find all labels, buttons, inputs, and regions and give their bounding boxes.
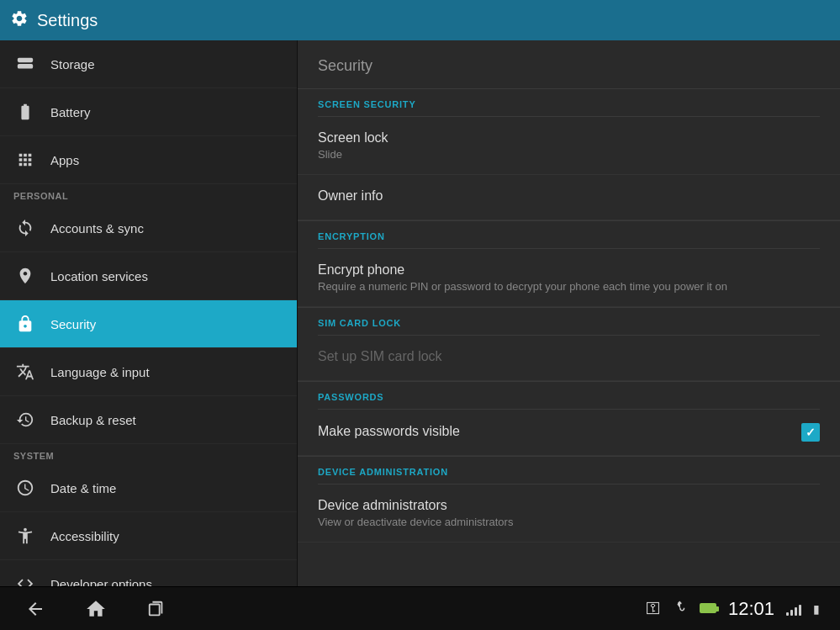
location-icon [13,264,37,288]
usb-icon: ⚿ [646,600,661,617]
content-panel: Security SCREEN SECURITY Screen lock Sli… [298,40,840,586]
screen-lock-subtitle: Slide [318,148,820,161]
owner-info-title: Owner info [318,188,820,204]
app-title: Settings [37,11,98,30]
device-admins-subtitle: View or deactivate device administrators [318,516,820,528]
sidebar-item-language-input[interactable]: Language & input [0,348,297,396]
recents-button[interactable] [141,594,172,624]
encrypt-phone-title: Encrypt phone [318,262,820,278]
sidebar-apps-label: Apps [50,153,79,167]
accessibility-icon [13,524,37,548]
item-make-passwords-visible[interactable]: Make passwords visible [298,410,840,456]
sidebar-backup-label: Backup & reset [50,413,136,427]
section-screen-security-header: SCREEN SECURITY [298,88,840,116]
sidebar-item-battery[interactable]: Battery [0,88,297,136]
item-owner-info[interactable]: Owner info [298,175,840,220]
dev-icon [13,572,37,586]
bottom-nav-controls [20,594,172,624]
sidebar-storage-label: Storage [50,57,95,71]
sidebar: Storage Battery Apps PERSONAL [0,40,298,586]
clock-icon [13,476,37,500]
passwords-visible-title: Make passwords visible [318,424,801,439]
item-device-administrators[interactable]: Device administrators View or deactivate… [298,484,840,543]
sidebar-location-label: Location services [50,269,148,283]
sidebar-battery-label: Battery [50,105,91,119]
status-bar-right: ⚿ 12:01 ▮ [646,598,820,620]
sidebar-item-accounts-sync[interactable]: Accounts & sync [0,204,297,252]
back-button[interactable] [20,594,50,624]
item-encrypt-phone[interactable]: Encrypt phone Require a numeric PIN or p… [298,249,840,307]
home-button[interactable] [81,594,111,624]
sidebar-accessibility-label: Accessibility [50,529,119,543]
signal-strength-icon [786,602,801,616]
sidebar-language-label: Language & input [50,365,150,379]
svg-rect-0 [150,604,160,615]
system-section-label: SYSTEM [0,444,297,464]
sidebar-item-developer-options[interactable]: Developer options [0,560,297,586]
sidebar-item-date-time[interactable]: Date & time [0,464,297,512]
sidebar-item-apps[interactable]: Apps [0,136,297,184]
screen-lock-title: Screen lock [318,130,820,146]
security-icon [13,312,37,336]
sidebar-accounts-label: Accounts & sync [50,221,144,236]
content-title: Security [298,40,840,88]
section-encryption-header: ENCRYPTION [298,220,840,248]
device-admins-title: Device administrators [318,498,820,513]
apps-icon [13,148,37,172]
section-device-admin-header: DEVICE ADMINISTRATION [298,456,840,484]
section-sim-card-lock-header: SIM CARD LOCK [298,307,840,335]
item-screen-lock[interactable]: Screen lock Slide [298,117,840,175]
encrypt-phone-subtitle: Require a numeric PIN or password to dec… [318,280,820,293]
sidebar-item-accessibility[interactable]: Accessibility [0,512,297,560]
sim-lock-title: Set up SIM card lock [318,349,820,364]
clock-display: 12:01 [728,598,774,620]
passwords-visible-checkbox[interactable] [801,423,820,442]
bottom-navigation-bar: ⚿ 12:01 ▮ [0,586,840,630]
battery-icon [13,100,37,124]
language-icon [13,360,37,384]
sync-icon [13,216,37,240]
section-passwords-header: PASSWORDS [298,381,840,409]
backup-icon [13,408,37,431]
sidebar-item-security[interactable]: Security [0,300,297,348]
usb-connected-icon [673,600,688,618]
sidebar-security-label: Security [50,317,96,331]
top-bar: Settings [0,0,840,40]
settings-app-icon [10,9,29,31]
personal-section-label: PERSONAL [0,184,297,204]
item-setup-sim-lock[interactable]: Set up SIM card lock [298,336,840,381]
sidebar-item-backup-reset[interactable]: Backup & reset [0,396,297,444]
sidebar-datetime-label: Date & time [50,481,116,495]
storage-icon [13,52,37,76]
battery-status-icon [700,601,716,617]
main-content: Storage Battery Apps PERSONAL [0,40,840,586]
sidebar-item-storage[interactable]: Storage [0,40,297,88]
network-battery-icon: ▮ [813,602,820,616]
sidebar-developer-label: Developer options [50,577,152,587]
sidebar-item-location-services[interactable]: Location services [0,252,297,300]
